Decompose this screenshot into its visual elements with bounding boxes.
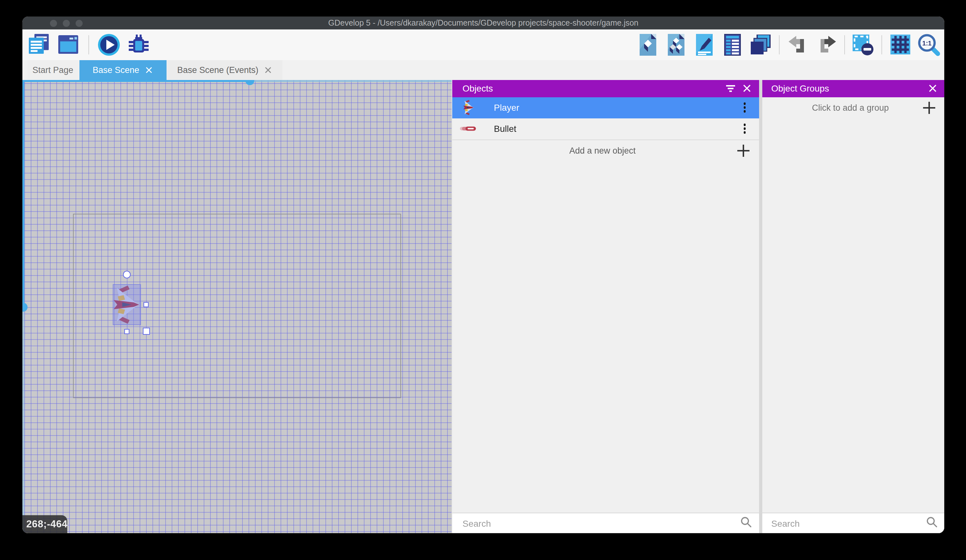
object-groups-panel: Object Groups Click to add a group (762, 80, 944, 533)
resize-handle-right[interactable] (143, 302, 148, 307)
objects-search-input[interactable] (452, 517, 741, 529)
tab-label: Base Scene (Events) (177, 65, 258, 75)
tab-start-page[interactable]: Start Page (27, 60, 79, 80)
objects-panel-title: Objects (452, 84, 493, 94)
layers-glyph (751, 34, 771, 55)
tab-base-scene-events[interactable]: Base Scene (Events) (167, 60, 282, 80)
resize-handle-bottom[interactable] (124, 329, 129, 334)
properties-panel-icon[interactable] (692, 32, 716, 57)
layers-panel-icon[interactable] (749, 32, 772, 57)
object-menu-dots-icon[interactable] (741, 121, 748, 136)
scene-canvas[interactable]: 268;-464 (22, 80, 452, 533)
tab-label: Start Page (32, 65, 73, 75)
content-area: 268;-464 Objects (22, 80, 944, 533)
scene-window-icon[interactable] (57, 32, 81, 57)
instances-list-panel-icon[interactable] (721, 32, 744, 57)
close-window-button[interactable] (50, 20, 57, 26)
filter-icon[interactable] (722, 80, 739, 97)
close-panel-icon[interactable] (739, 80, 755, 97)
titlebar: GDevelop 5 - /Users/dkarakay/Documents/G… (22, 16, 944, 29)
vertical-scrollbar-track[interactable] (22, 312, 25, 533)
traffic-lights (50, 16, 83, 29)
zoom-reset-icon[interactable]: 1:1 (917, 32, 940, 57)
debug-bug-glyph (127, 34, 149, 56)
add-group-row[interactable]: Click to add a group (762, 97, 944, 118)
add-object-label: Add a new object (452, 146, 733, 155)
toolbar-left-group (22, 32, 150, 57)
toolbar-separator (779, 35, 780, 54)
plus-icon[interactable] (733, 141, 753, 160)
zoom-1-1-glyph: 1:1 (917, 33, 940, 56)
vertical-scrollbar[interactable] (22, 80, 25, 303)
undo-icon[interactable] (786, 32, 810, 57)
add-group-label: Click to add a group (762, 103, 919, 112)
screen: GDevelop 5 - /Users/dkarakay/Documents/G… (0, 0, 966, 560)
objects-panel-icon[interactable] (636, 32, 660, 57)
rotate-handle[interactable] (123, 271, 130, 278)
resize-handle-corner[interactable] (143, 327, 150, 335)
minimize-window-button[interactable] (63, 20, 70, 26)
bullet-thumbnail (458, 126, 478, 131)
undo-arrow-glyph (788, 36, 807, 54)
window-title: GDevelop 5 - /Users/dkarakay/Documents/G… (22, 18, 944, 28)
project-manager-glyph (29, 34, 50, 56)
grid-glyph (890, 35, 910, 55)
cursor-coordinates-badge: 268;-464 (22, 515, 67, 533)
horizontal-scrollbar-thumb[interactable] (245, 80, 254, 85)
add-object-row[interactable]: Add a new object (452, 140, 759, 161)
groups-search-input[interactable] (762, 517, 926, 529)
object-row-player[interactable]: Player (452, 97, 759, 118)
tab-base-scene[interactable]: Base Scene (79, 60, 166, 80)
search-icon (741, 516, 751, 530)
object-name: Bullet (494, 123, 741, 134)
vertical-scrollbar-thumb[interactable] (22, 303, 28, 312)
objects-doc-glyph (639, 34, 657, 56)
tab-label: Base Scene (92, 65, 139, 75)
search-icon (926, 516, 937, 530)
scene-window-glyph (58, 34, 79, 56)
toolbar-separator (844, 35, 845, 54)
panel-divider[interactable] (759, 80, 762, 533)
object-groups-panel-icon[interactable] (664, 32, 688, 57)
play-glyph (97, 33, 120, 56)
player-thumbnail (458, 99, 478, 116)
object-groups-panel-header: Object Groups (762, 80, 944, 97)
object-groups-panel-body (762, 118, 944, 513)
horizontal-scrollbar-track[interactable] (254, 80, 452, 82)
maximize-window-button[interactable] (76, 20, 83, 26)
editor-tabbar: Start Page Base Scene Base Scene (Events… (22, 60, 944, 80)
close-tab-icon[interactable] (146, 67, 153, 74)
objects-search-bar (452, 513, 759, 533)
instances-list-glyph (724, 34, 741, 56)
object-name: Player (494, 102, 741, 113)
close-tab-icon[interactable] (265, 67, 272, 74)
project-manager-icon[interactable] (28, 32, 51, 57)
toolbar-separator (89, 35, 89, 54)
deselect-instances-icon[interactable] (851, 32, 875, 57)
object-row-bullet[interactable]: Bullet (452, 118, 759, 139)
object-menu-dots-icon[interactable] (741, 100, 748, 115)
objects-panel-header: Objects (452, 80, 759, 97)
debug-icon[interactable] (126, 32, 150, 57)
main-toolbar: 1:1 (22, 29, 944, 60)
redo-arrow-glyph (816, 36, 836, 54)
object-groups-doc-glyph (667, 34, 685, 56)
plus-icon[interactable] (919, 98, 938, 117)
toolbar-separator (881, 35, 882, 54)
horizontal-scrollbar[interactable] (22, 80, 250, 82)
play-preview-icon[interactable] (97, 32, 120, 57)
redo-icon[interactable] (814, 32, 838, 57)
app-window: GDevelop 5 - /Users/dkarakay/Documents/G… (22, 16, 944, 533)
objects-panel: Objects (452, 80, 759, 533)
object-groups-panel-title: Object Groups (762, 84, 829, 94)
instance-selection-box (113, 284, 141, 325)
deselect-glyph (853, 34, 874, 55)
toolbar-right-group: 1:1 (636, 32, 944, 57)
groups-search-bar (762, 513, 944, 533)
properties-doc-glyph (696, 34, 713, 56)
grid-icon[interactable] (889, 32, 912, 57)
zoom-ratio-label: 1:1 (922, 40, 932, 47)
close-panel-icon[interactable] (924, 80, 941, 97)
objects-panel-body (452, 161, 759, 513)
